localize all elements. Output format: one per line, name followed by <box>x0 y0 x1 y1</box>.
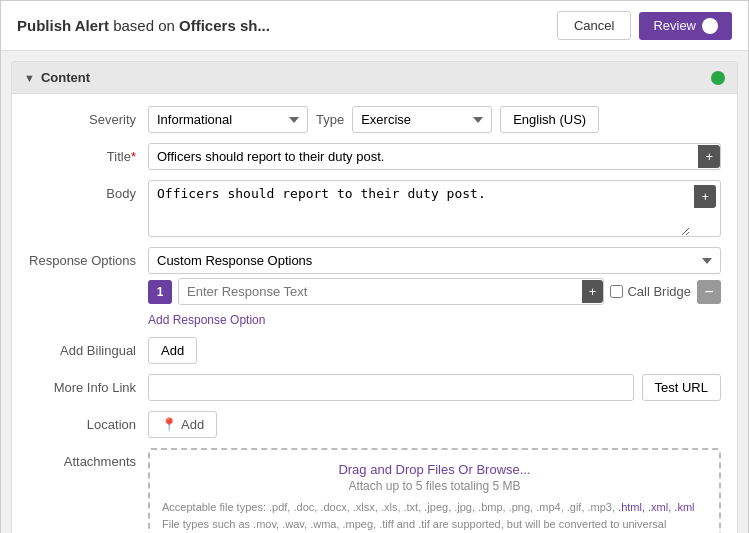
body-label: Body <box>28 180 148 201</box>
severity-row: Severity Informational Advisory Warning … <box>28 106 721 133</box>
section-title-label: Content <box>41 70 90 85</box>
test-url-button[interactable]: Test URL <box>642 374 721 401</box>
header-actions: Cancel Review <box>557 11 732 40</box>
title-based: based on <box>113 17 175 34</box>
body-row: Body Officers should report to their dut… <box>28 180 721 237</box>
title-controls: + <box>148 143 721 170</box>
review-label: Review <box>653 18 696 33</box>
form-body: Severity Informational Advisory Warning … <box>12 94 737 533</box>
title-row: Title* + <box>28 143 721 170</box>
more-info-input-group: Test URL <box>148 374 721 401</box>
page-header: Publish Alert based on Officers sh... Ca… <box>1 1 748 51</box>
response-options-select[interactable]: Custom Response Options None <box>148 247 721 274</box>
status-dot-icon <box>711 71 725 85</box>
response-number-badge: 1 <box>148 280 172 304</box>
file-types-link: .html, .xml, .kml <box>618 501 694 513</box>
file-types-line2: File types such as .mov, .wav, .wma, .mp… <box>162 518 666 534</box>
type-label: Type <box>316 112 344 127</box>
title-name: Officers sh... <box>179 17 270 34</box>
more-info-row: More Info Link Test URL <box>28 374 721 401</box>
remove-response-button[interactable]: − <box>697 280 721 304</box>
main-window: Publish Alert based on Officers sh... Ca… <box>0 0 749 533</box>
location-add-button[interactable]: 📍 Add <box>148 411 217 438</box>
response-item-row: 1 + Call Bridge − <box>148 278 721 305</box>
severity-label: Severity <box>28 106 148 127</box>
collapse-arrow-icon[interactable]: ▼ <box>24 72 35 84</box>
body-textarea-wrap: Officers should report to their duty pos… <box>148 180 721 237</box>
location-row: Location 📍 Add <box>28 411 721 438</box>
severity-controls: Informational Advisory Warning Emergency… <box>148 106 721 133</box>
attachments-controls: Drag and Drop Files Or Browse... Attach … <box>148 448 721 533</box>
add-response-link[interactable]: Add Response Option <box>148 313 721 327</box>
add-bilingual-button[interactable]: Add <box>148 337 197 364</box>
attachments-label: Attachments <box>28 448 148 469</box>
response-plus-button[interactable]: + <box>582 280 604 303</box>
language-button[interactable]: English (US) <box>500 106 599 133</box>
add-bilingual-row: Add Bilingual Add <box>28 337 721 364</box>
section-title-group: ▼ Content <box>24 70 90 85</box>
file-dropzone[interactable]: Drag and Drop Files Or Browse... Attach … <box>148 448 721 533</box>
type-select[interactable]: Exercise Actual Test <box>352 106 492 133</box>
response-text-input[interactable] <box>179 279 582 304</box>
location-controls: 📍 Add <box>148 411 721 438</box>
response-input-wrap: + <box>178 278 604 305</box>
more-info-label: More Info Link <box>28 374 148 395</box>
title-input-wrap: + <box>148 143 721 170</box>
cancel-button[interactable]: Cancel <box>557 11 631 40</box>
title-required: * <box>131 149 136 164</box>
attachments-row: Attachments Drag and Drop Files Or Brows… <box>28 448 721 533</box>
add-bilingual-controls: Add <box>148 337 721 364</box>
review-button[interactable]: Review <box>639 12 732 40</box>
body-btn-col: + <box>690 181 720 236</box>
response-select-row: Custom Response Options None <box>148 247 721 274</box>
dropzone-main-text: Drag and Drop Files Or Browse... <box>162 462 707 477</box>
response-options-label: Response Options <box>28 247 148 268</box>
title-label: Title* <box>28 143 148 164</box>
file-types-info: Acceptable file types: .pdf, .doc, .docx… <box>162 499 707 533</box>
location-label: Location <box>28 411 148 432</box>
page-title: Publish Alert based on Officers sh... <box>17 17 270 34</box>
title-input[interactable] <box>149 144 698 169</box>
response-options-row: Response Options Custom Response Options… <box>28 247 721 327</box>
pin-icon: 📍 <box>161 417 177 432</box>
more-info-controls: Test URL <box>148 374 721 401</box>
title-prefix: Publish Alert <box>17 17 109 34</box>
response-options-controls: Custom Response Options None 1 + Call Br… <box>148 247 721 327</box>
content-section: ▼ Content Severity Informational Advisor… <box>11 61 738 533</box>
body-plus-button[interactable]: + <box>694 185 716 208</box>
section-header: ▼ Content <box>12 62 737 94</box>
call-bridge-label: Call Bridge <box>610 284 691 299</box>
severity-select[interactable]: Informational Advisory Warning Emergency <box>148 106 308 133</box>
more-info-input[interactable] <box>148 374 634 401</box>
call-bridge-checkbox[interactable] <box>610 285 623 298</box>
file-types-line1: Acceptable file types: .pdf, .doc, .docx… <box>162 501 615 513</box>
body-controls: Officers should report to their duty pos… <box>148 180 721 237</box>
review-circle-icon <box>702 18 718 34</box>
add-bilingual-label: Add Bilingual <box>28 337 148 358</box>
dropzone-sub-text: Attach up to 5 files totaling 5 MB <box>162 479 707 493</box>
title-plus-button[interactable]: + <box>698 145 720 168</box>
body-textarea[interactable]: Officers should report to their duty pos… <box>149 181 690 236</box>
